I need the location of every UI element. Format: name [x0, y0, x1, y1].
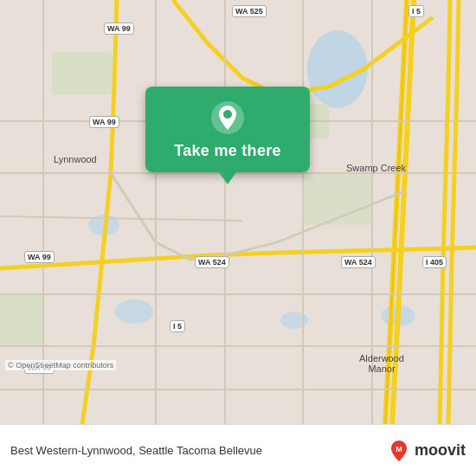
badge-wa524-mid: WA 524	[195, 256, 229, 268]
badge-wa525: WA 525	[232, 5, 267, 17]
moovit-text: moovit	[415, 441, 466, 460]
bottom-bar: Best Western-Lynnwood, Seattle Tacoma Be…	[0, 424, 476, 476]
copyright-label: © OpenStreetMap contributors	[5, 360, 116, 370]
badge-i5-top: I 5	[408, 5, 424, 17]
take-me-there-button[interactable]: Take me there	[174, 142, 281, 160]
svg-point-4	[280, 312, 308, 329]
badge-i405: I 405	[422, 256, 447, 268]
badge-wa99-left: WA 99	[24, 251, 55, 263]
location-text: Best Western-Lynnwood, Seattle Tacoma Be…	[10, 444, 387, 457]
moovit-icon: M	[387, 439, 411, 463]
badge-wa99-mid: WA 99	[89, 116, 119, 128]
svg-rect-8	[52, 52, 113, 95]
badge-wa99-top: WA 99	[104, 23, 134, 35]
badge-wa524-right: WA 524	[341, 256, 376, 268]
badge-i5-mid: I 5	[170, 320, 185, 332]
svg-text:M: M	[396, 445, 402, 453]
svg-point-3	[115, 299, 153, 324]
map-popup: Take me there	[145, 87, 310, 172]
location-pin-icon	[210, 100, 245, 135]
moovit-logo: M moovit	[387, 439, 466, 463]
svg-point-22	[223, 110, 232, 119]
map-container: WA 525 I 5 WA 99 WA 99 WA 99 WA 99 WA 52…	[0, 0, 476, 424]
svg-rect-9	[0, 294, 43, 346]
